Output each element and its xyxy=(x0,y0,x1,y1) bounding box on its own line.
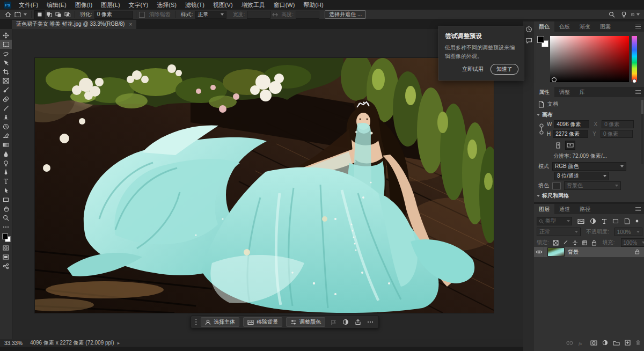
layer-visibility-eye-icon[interactable] xyxy=(534,247,544,257)
rulers-grid-section-header[interactable]: 标尺和网格 xyxy=(537,192,569,200)
link-wh-icon[interactable] xyxy=(539,122,544,136)
tab-properties[interactable]: 属性 xyxy=(534,87,554,97)
canvas-y-input[interactable]: 0 像素 xyxy=(601,130,633,138)
new-layer-icon[interactable] xyxy=(625,340,631,346)
layer-effects-icon[interactable]: fx xyxy=(578,340,586,346)
tab-close-icon[interactable]: × xyxy=(129,21,132,27)
filter-pixel-layers-icon[interactable] xyxy=(577,218,584,224)
zoom-tool[interactable] xyxy=(0,213,12,222)
history-brush-tool[interactable] xyxy=(0,122,12,131)
shape-tool[interactable] xyxy=(0,195,12,204)
home-icon[interactable] xyxy=(4,10,12,19)
brush-tool[interactable] xyxy=(0,104,12,113)
menu-select[interactable]: 选择(S) xyxy=(152,0,181,10)
lock-transparency-icon[interactable] xyxy=(553,240,559,246)
lasso-tool[interactable] xyxy=(0,49,12,58)
hand-tool[interactable] xyxy=(0,204,12,213)
properties-scrollbar[interactable] xyxy=(641,100,643,164)
workspace-icon[interactable] xyxy=(631,10,640,19)
tab-gradients[interactable]: 渐变 xyxy=(575,21,595,32)
tab-color[interactable]: 颜色 xyxy=(534,21,554,32)
link-layers-icon[interactable] xyxy=(566,341,573,345)
canvas-image[interactable] xyxy=(35,58,494,313)
canvas-x-input[interactable]: 0 像素 xyxy=(602,120,634,128)
remove-background-button[interactable]: 移除背景 xyxy=(243,317,282,327)
layer-row-background[interactable]: 背景 xyxy=(534,247,644,257)
color-panel-swatches[interactable] xyxy=(537,36,549,48)
filter-smart-objects-icon[interactable] xyxy=(624,218,630,224)
add-layer-mask-icon[interactable] xyxy=(590,340,597,346)
feedback-icon[interactable] xyxy=(329,318,338,326)
adjust-color-button[interactable]: 调整颜色 xyxy=(286,317,325,327)
menu-plugins[interactable]: 增效工具 xyxy=(237,0,269,10)
move-tool[interactable] xyxy=(0,31,12,40)
hue-slider-cursor[interactable] xyxy=(633,79,636,83)
panel-menu-icon[interactable] xyxy=(635,87,644,97)
tab-layers[interactable]: 图层 xyxy=(534,204,554,214)
frame-tool[interactable] xyxy=(0,76,12,85)
lock-pixels-icon[interactable] xyxy=(562,240,568,246)
color-picker-field[interactable] xyxy=(550,36,629,82)
comments-panel-icon[interactable] xyxy=(524,36,533,45)
layer-thumbnail[interactable] xyxy=(547,247,565,257)
export-icon[interactable] xyxy=(354,318,362,326)
menu-edit[interactable]: 编辑(E) xyxy=(42,0,71,10)
contextual-task-bar[interactable]: 选择主体 移除背景 调整颜色 xyxy=(191,316,379,328)
canvas-height-input[interactable]: 2272 像素 xyxy=(553,130,588,138)
type-tool[interactable] xyxy=(0,177,12,186)
menu-help[interactable]: 帮助(H) xyxy=(299,0,327,10)
object-selection-tool[interactable] xyxy=(0,58,12,67)
delete-layer-icon[interactable] xyxy=(635,340,641,346)
layer-filter-search[interactable]: 类型 xyxy=(537,217,572,225)
dodge-tool[interactable] xyxy=(0,158,12,167)
tab-libraries[interactable]: 库 xyxy=(575,87,590,97)
gradient-tool[interactable] xyxy=(0,140,12,149)
panel-menu-icon[interactable] xyxy=(635,21,644,32)
select-and-mask-button[interactable]: 选择并遮住 ... xyxy=(325,10,366,19)
subtract-selection-mode-icon[interactable] xyxy=(54,11,63,19)
lock-artboard-icon[interactable] xyxy=(582,240,588,246)
menu-type[interactable]: 文字(Y) xyxy=(125,0,153,10)
photoshop-logo[interactable]: Ps xyxy=(4,2,11,9)
filter-adjustment-layers-icon[interactable] xyxy=(590,218,596,224)
lock-position-icon[interactable] xyxy=(572,240,578,246)
hue-slider[interactable] xyxy=(632,36,637,82)
canvas-width-input[interactable]: 4096 像素 xyxy=(554,120,589,128)
screen-mode-icon[interactable] xyxy=(0,252,12,261)
tab-paths[interactable]: 路径 xyxy=(575,204,595,214)
opacity-field[interactable]: 100% xyxy=(614,228,642,236)
layer-lock-icon[interactable] xyxy=(635,249,640,255)
height-input[interactable] xyxy=(296,11,319,19)
link-dimensions-icon[interactable] xyxy=(270,10,279,19)
lock-all-icon[interactable] xyxy=(591,240,597,246)
intersect-selection-mode-icon[interactable] xyxy=(63,11,72,19)
color-mode-dropdown[interactable]: RGB 颜色 xyxy=(552,162,626,171)
quick-mask-icon[interactable] xyxy=(0,243,12,252)
zoom-level-field[interactable]: 33.33% xyxy=(4,340,23,346)
clone-stamp-tool[interactable] xyxy=(0,113,12,122)
blend-mode-dropdown[interactable]: 正常 xyxy=(537,228,581,236)
current-tool-icon[interactable] xyxy=(12,10,28,19)
got-it-button[interactable]: 知道了 xyxy=(491,64,518,75)
eraser-tool[interactable] xyxy=(0,131,12,140)
fill-color-swatch[interactable] xyxy=(552,182,561,189)
search-icon[interactable] xyxy=(608,10,616,19)
status-chevron-icon[interactable]: ▸ xyxy=(118,340,120,346)
menu-image[interactable]: 图像(I) xyxy=(71,0,97,10)
portrait-orientation-icon[interactable] xyxy=(553,141,562,149)
width-input[interactable] xyxy=(247,11,270,19)
panel-menu-icon[interactable] xyxy=(635,204,644,214)
select-subject-button[interactable]: 选择主体 xyxy=(201,317,239,327)
bit-depth-dropdown[interactable]: 8 位/通道 xyxy=(554,172,609,180)
foreground-background-swatches[interactable] xyxy=(2,233,10,241)
blur-tool[interactable] xyxy=(0,149,12,158)
filter-shape-layers-icon[interactable] xyxy=(612,218,619,224)
menu-file[interactable]: 文件(F) xyxy=(14,0,42,10)
document-tab[interactable]: 蓝色裙子美女 唯美 鲜花.jpg @ 33.3%(RGB/8) × xyxy=(12,19,136,29)
feather-input[interactable]: 0 像素 xyxy=(94,11,133,19)
crop-tool[interactable] xyxy=(0,67,12,76)
pen-tool[interactable] xyxy=(0,167,12,177)
fill-dropdown[interactable]: 背景色 xyxy=(564,181,621,190)
path-selection-tool[interactable] xyxy=(0,186,12,195)
fill-opacity-field[interactable]: 100% xyxy=(621,238,644,247)
